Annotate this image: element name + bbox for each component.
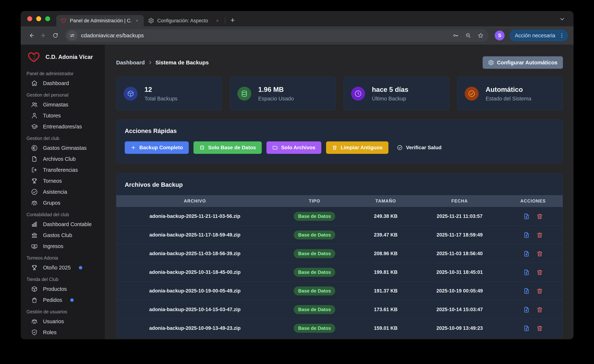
forward-button[interactable] xyxy=(38,30,48,40)
sidebar-item-productos[interactable]: Productos xyxy=(21,283,105,295)
download-backup-button[interactable] xyxy=(523,306,530,313)
tab-admin-panel[interactable]: Panel de Administración | C.D xyxy=(56,15,144,26)
backup-files-title: Archivos de Backup xyxy=(116,174,563,195)
sidebar-item-gastos-gimnastas[interactable]: Gastos Gimnastas xyxy=(21,142,105,154)
key-icon xyxy=(453,32,459,39)
download-backup-button[interactable] xyxy=(523,213,530,220)
sidebar: C.D. Adonia Vícar Panel de administrador… xyxy=(21,45,105,339)
delete-backup-button[interactable] xyxy=(536,213,543,220)
limpiar-antiguos-button[interactable]: Limpiar Antiguos xyxy=(326,142,388,154)
download-backup-button[interactable] xyxy=(523,269,530,276)
sidebar-item-tutores[interactable]: Tutores xyxy=(21,110,105,121)
site-settings-button[interactable] xyxy=(67,30,77,40)
backup-filename: adonia-backup-2025-10-14-15-03-47.zip xyxy=(116,307,273,312)
check-circle-icon xyxy=(31,189,38,195)
browser-action-needed-button[interactable]: Acción necesaria xyxy=(509,30,568,41)
shield-check-icon xyxy=(31,329,38,336)
window-close-button[interactable] xyxy=(27,16,32,21)
trophy-icon xyxy=(31,264,38,271)
stat-value: 12 xyxy=(144,86,178,94)
stat-label: Estado del Sistema xyxy=(486,96,531,102)
brand[interactable]: C.D. Adonia Vícar xyxy=(21,50,105,64)
sidebar-item-dashboard[interactable]: Dashboard xyxy=(21,78,105,89)
chevron-down-icon xyxy=(559,16,565,22)
sidebar-item-ingresos[interactable]: Ingresos xyxy=(21,241,105,252)
sidebar-item-torneos[interactable]: Torneos xyxy=(21,175,105,186)
close-icon[interactable] xyxy=(215,18,220,23)
tab-title: Configuración: Aspecto xyxy=(157,18,212,24)
url-text[interactable]: cdadoniavicar.es/backups xyxy=(81,32,448,39)
sidebar-item-entrenadores[interactable]: Entrenadores/as xyxy=(21,121,105,132)
breadcrumb-dashboard-link[interactable]: Dashboard xyxy=(116,60,145,66)
table-row: adonia-backup-2025-11-03-18-56-39.zip Ba… xyxy=(116,244,563,263)
sidebar-item-gastos-club[interactable]: Gastos Club xyxy=(21,230,105,241)
tab-settings-appearance[interactable]: Configuración: Aspecto xyxy=(144,15,224,26)
download-backup-button[interactable] xyxy=(523,232,530,238)
sidebar-item-label: Archivos Club xyxy=(43,156,76,162)
sidebar-item-roles[interactable]: Roles xyxy=(21,327,105,338)
configure-automatic-backups-button[interactable]: Configurar Automáticos xyxy=(483,56,563,69)
close-icon[interactable] xyxy=(135,18,139,23)
sidebar-item-label: Usuarios xyxy=(43,318,64,324)
sidebar-item-transferencias[interactable]: Transferencias xyxy=(21,164,105,175)
button-label: Verificar Salud xyxy=(406,145,442,150)
sidebar-item-archivos-club[interactable]: Archivos Club xyxy=(21,154,105,164)
download-backup-button[interactable] xyxy=(523,288,530,295)
password-manager-button[interactable] xyxy=(451,31,461,40)
gear-favicon xyxy=(148,18,154,24)
notification-dot xyxy=(79,266,82,270)
club-name: C.D. Adonia Vícar xyxy=(46,54,93,60)
download-backup-button[interactable] xyxy=(523,325,530,332)
sidebar-item-label: Grupos xyxy=(43,200,60,206)
sidebar-item-asistencia[interactable]: Asistencia xyxy=(21,186,105,197)
type-badge: Base de Datos xyxy=(294,230,335,239)
user-icon xyxy=(31,112,38,119)
delete-backup-button[interactable] xyxy=(536,250,543,257)
delete-backup-button[interactable] xyxy=(536,232,543,238)
sidebar-item-label: Dashboard Contable xyxy=(43,221,92,227)
sidebar-item-otono-2025[interactable]: Otoño 2025 xyxy=(21,262,105,273)
delete-backup-button[interactable] xyxy=(536,306,543,313)
window-maximize-button[interactable] xyxy=(45,16,50,21)
quick-actions-panel: Acciones Rápidas Backup Completo Solo Ba… xyxy=(116,120,563,163)
zoom-level-button[interactable] xyxy=(463,31,473,40)
column-tipo: TIPO xyxy=(273,198,356,204)
sidebar-item-label: Entrenadores/as xyxy=(43,124,82,130)
browser-menu-button[interactable] xyxy=(558,32,566,39)
back-button[interactable] xyxy=(26,30,36,40)
backup-date: 2025-10-19 00:05:49 xyxy=(416,288,503,294)
backup-completo-button[interactable]: Backup Completo xyxy=(125,142,189,154)
configure-button-label: Configurar Automáticos xyxy=(497,60,557,66)
sidebar-item-usuarios[interactable]: Usuarios xyxy=(21,316,105,327)
bookmark-button[interactable] xyxy=(476,31,486,40)
sidebar-item-dashboard-contable[interactable]: Dashboard Contable xyxy=(21,219,105,230)
sidebar-item-grupos[interactable]: Grupos xyxy=(21,197,105,208)
three-dots-icon xyxy=(559,32,565,39)
backup-date: 2025-10-09 13:49:23 xyxy=(416,325,503,331)
type-badge: Base de Datos xyxy=(294,324,335,333)
backup-size: 173.61 KB xyxy=(356,307,416,312)
reload-button[interactable] xyxy=(50,30,61,40)
sidebar-item-gimnastas[interactable]: Gimnastas xyxy=(21,99,105,110)
delete-backup-button[interactable] xyxy=(536,325,543,332)
solo-archivos-button[interactable]: Solo Archivos xyxy=(266,142,321,154)
backup-size: 208.96 KB xyxy=(356,251,416,256)
solo-base-de-datos-button[interactable]: Solo Base de Datos xyxy=(194,142,262,154)
backup-date: 2025-11-03 18:56:40 xyxy=(416,251,503,256)
download-backup-button[interactable] xyxy=(523,250,530,257)
delete-backup-button[interactable] xyxy=(536,288,543,295)
users-group-icon xyxy=(31,318,38,325)
window-minimize-button[interactable] xyxy=(36,16,41,21)
sidebar-item-pedidos[interactable]: Pedidos xyxy=(21,295,105,305)
delete-backup-button[interactable] xyxy=(536,269,543,276)
new-tab-button[interactable]: + xyxy=(229,16,236,24)
verificar-salud-button[interactable]: Verificar Salud xyxy=(397,145,442,150)
tab-search-button[interactable] xyxy=(558,15,566,23)
table-header: ARCHIVO TIPO TAMAÑO FECHA ACCIONES xyxy=(116,195,563,207)
address-bar[interactable]: cdadoniavicar.es/backups xyxy=(65,29,488,42)
file-icon xyxy=(31,155,38,162)
profile-avatar[interactable]: S xyxy=(495,31,505,40)
backup-date: 2025-11-17 18:59:49 xyxy=(416,232,503,238)
backup-filename: adonia-backup-2025-10-09-13-49-23.zip xyxy=(116,325,273,331)
stat-ultimo-backup: hace 5 días Último Backup xyxy=(344,77,449,110)
